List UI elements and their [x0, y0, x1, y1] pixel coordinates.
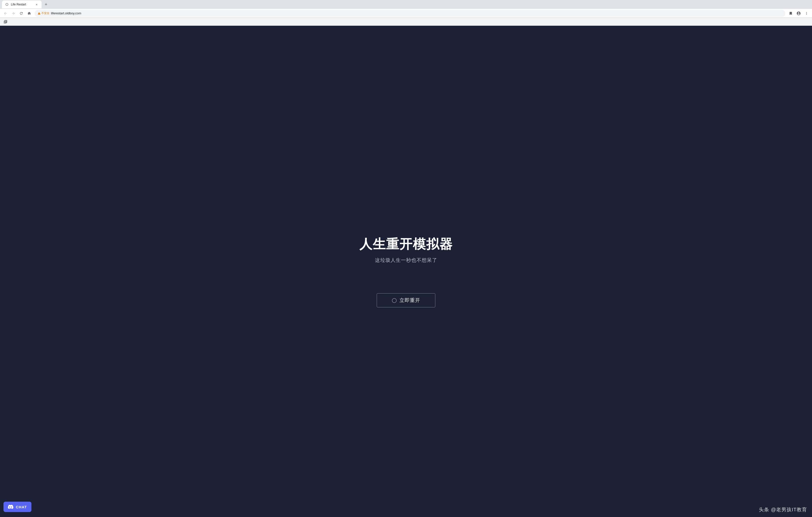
security-label: 不安全 — [41, 11, 50, 15]
restart-button-label: 立即重开 — [400, 297, 420, 304]
address-bar: 不安全 liferestart.oldboy.com — [0, 9, 812, 18]
reload-button[interactable] — [18, 10, 25, 17]
discord-icon — [8, 504, 13, 510]
watermark: 头条 @老男孩IT教育 — [759, 506, 807, 513]
url-bar[interactable]: 不安全 liferestart.oldboy.com — [35, 10, 785, 17]
security-warning-icon: 不安全 — [37, 11, 50, 15]
bookmark-button[interactable] — [787, 10, 794, 17]
tab-close-button[interactable]: ✕ — [35, 2, 38, 6]
active-tab[interactable]: Life Restart ✕ — [2, 0, 41, 8]
nav-buttons — [2, 10, 33, 17]
chat-label: CHAT — [16, 505, 27, 509]
restart-button[interactable]: ◯ 立即重开 — [377, 293, 435, 307]
menu-button[interactable] — [803, 10, 810, 17]
tab-title: Life Restart — [11, 3, 33, 6]
tab-bar: Life Restart ✕ + — [0, 0, 812, 9]
profile-button[interactable] — [795, 10, 802, 17]
bookmark-bar — [0, 18, 812, 26]
page-title: 人生重开模拟器 — [359, 236, 453, 253]
forward-button[interactable] — [10, 10, 17, 17]
restart-icon: ◯ — [392, 298, 397, 303]
home-button[interactable] — [26, 10, 33, 17]
back-button[interactable] — [2, 10, 9, 17]
new-tab-button[interactable]: + — [42, 1, 50, 8]
page-content: 人生重开模拟器 这垃圾人生一秒也不想呆了 ◯ 立即重开 头条 @老男孩IT教育 — [0, 26, 812, 517]
browser-chrome: Life Restart ✕ + — [0, 0, 812, 26]
bookmark-icon — [3, 19, 8, 24]
chat-widget[interactable]: CHAT — [3, 502, 31, 512]
url-text: liferestart.oldboy.com — [51, 11, 81, 15]
toolbar-icons — [787, 10, 810, 17]
tab-favicon — [5, 2, 9, 6]
page-subtitle: 这垃圾人生一秒也不想呆了 — [375, 257, 437, 264]
